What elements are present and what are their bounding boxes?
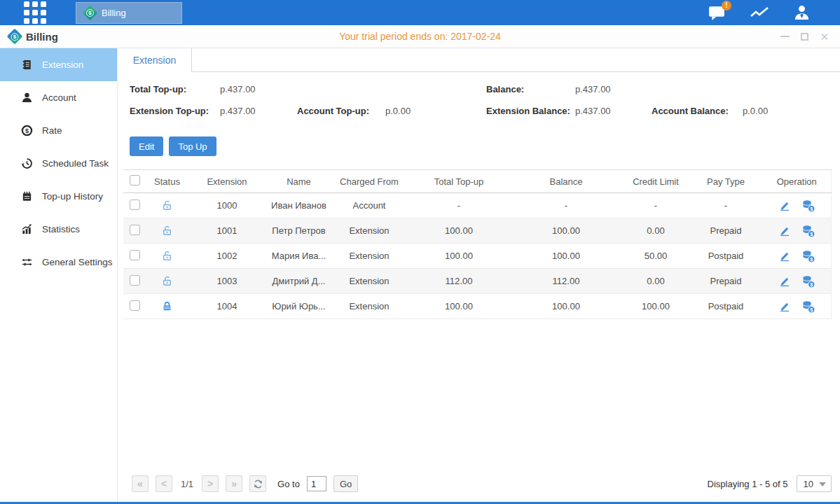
cell-charged-from: Extension bbox=[330, 218, 408, 244]
row-checkbox[interactable] bbox=[130, 275, 140, 286]
cell-extension: 1000 bbox=[186, 193, 268, 218]
unlocked-icon bbox=[161, 250, 173, 262]
edit-row-icon[interactable] bbox=[778, 225, 791, 237]
next-page-button[interactable]: > bbox=[202, 475, 219, 492]
cell-name: Мария Ива... bbox=[268, 244, 330, 269]
edit-button[interactable]: Edit bbox=[130, 136, 163, 156]
svg-text:$: $ bbox=[810, 307, 813, 312]
account-topup-label: Account Top-up: bbox=[297, 104, 385, 118]
row-checkbox[interactable] bbox=[130, 250, 140, 260]
topup-row-icon[interactable]: $ bbox=[801, 249, 815, 263]
cell-extension: 1004 bbox=[186, 294, 268, 319]
cell-name: Юрий Юрь... bbox=[268, 294, 330, 319]
refresh-button[interactable] bbox=[249, 475, 266, 492]
sidebar-item-label: Rate bbox=[42, 125, 62, 136]
sliders-icon bbox=[21, 256, 33, 268]
select-all-checkbox[interactable] bbox=[130, 175, 140, 186]
edit-row-icon[interactable] bbox=[778, 275, 791, 288]
messages-icon[interactable]: ! bbox=[708, 5, 726, 21]
topup-row-icon[interactable]: $ bbox=[801, 224, 815, 238]
notebook-icon bbox=[21, 190, 33, 202]
extension-topup-value: p.437.00 bbox=[220, 104, 297, 118]
page-size-select[interactable]: 10 bbox=[797, 475, 832, 492]
account-topup-value: p.0.00 bbox=[385, 104, 486, 118]
edit-row-icon[interactable] bbox=[778, 200, 791, 212]
topup-row-icon[interactable]: $ bbox=[801, 300, 815, 314]
account-balance-value: p.0.00 bbox=[743, 104, 840, 118]
cell-name: Иван Иванов bbox=[268, 193, 330, 218]
extension-balance-value: p.437.00 bbox=[575, 104, 652, 118]
topup-row-icon[interactable]: $ bbox=[801, 199, 815, 213]
last-page-button[interactable]: » bbox=[226, 475, 242, 492]
svg-text:$: $ bbox=[810, 256, 813, 262]
row-checkbox[interactable] bbox=[130, 200, 140, 210]
tab-extension[interactable]: Extension bbox=[118, 48, 192, 72]
unlocked-icon bbox=[161, 225, 173, 237]
cell-charged-from: Extension bbox=[330, 269, 408, 294]
window-controls: ✕ bbox=[780, 31, 829, 42]
cell-name: Дмитрий Д... bbox=[268, 269, 330, 294]
trial-notice: Your trial period ends on: 2017-02-24 bbox=[0, 31, 840, 42]
topup-row-icon[interactable]: $ bbox=[801, 274, 815, 288]
minimize-button[interactable] bbox=[780, 36, 790, 37]
sidebar-item-account[interactable]: Account bbox=[0, 81, 117, 114]
cell-charged-from: Extension bbox=[330, 244, 408, 269]
unlocked-icon bbox=[161, 200, 173, 211]
total-topup-value: p.437.00 bbox=[220, 83, 297, 97]
cell-pay-type: Postpaid bbox=[689, 244, 763, 269]
edit-row-icon[interactable] bbox=[778, 250, 791, 262]
extension-balance-label: Extension Balance: bbox=[486, 104, 575, 118]
first-page-button[interactable]: « bbox=[132, 475, 149, 492]
taskbar-item-billing[interactable]: $ Billing bbox=[76, 2, 182, 24]
table-row: 1002 Мария Ива... Extension 100.00 100.0… bbox=[123, 244, 831, 269]
table-header-row: Status Extension Name Charged From Total… bbox=[123, 170, 831, 193]
cell-extension: 1001 bbox=[186, 218, 268, 244]
sidebar-item-scheduled-task[interactable]: Scheduled Task bbox=[0, 147, 117, 180]
cell-extension: 1003 bbox=[186, 269, 268, 294]
row-checkbox[interactable] bbox=[130, 225, 140, 235]
window-header: $ Billing Your trial period ends on: 201… bbox=[0, 25, 840, 48]
maximize-button[interactable] bbox=[801, 33, 808, 41]
cell-total-topup: 100.00 bbox=[408, 244, 509, 269]
col-status: Status bbox=[148, 170, 186, 193]
edit-row-icon[interactable] bbox=[778, 300, 791, 313]
tabstrip: Extension bbox=[118, 48, 840, 72]
sidebar: Extension Account $ Rate bbox=[0, 48, 118, 502]
sidebar-item-general-settings[interactable]: General Settings bbox=[0, 246, 117, 279]
top-up-button[interactable]: Top Up bbox=[169, 136, 216, 156]
pagination-bar: « < 1/1 > » Go to Go bbox=[118, 468, 840, 499]
unlocked-icon bbox=[161, 275, 173, 287]
total-topup-label: Total Top-up: bbox=[130, 83, 220, 97]
sidebar-item-statistics[interactable]: Statistics bbox=[0, 213, 117, 246]
topbar: $ Billing ! bbox=[0, 0, 840, 25]
cell-total-topup: 100.00 bbox=[408, 218, 509, 244]
sidebar-item-label: Scheduled Task bbox=[42, 158, 109, 169]
go-button[interactable]: Go bbox=[333, 475, 358, 492]
col-operation: Operation bbox=[763, 170, 831, 193]
locked-icon bbox=[161, 300, 173, 312]
sidebar-item-extension[interactable]: Extension bbox=[0, 48, 117, 81]
table-row: 1004 Юрий Юрь... Extension 100.00 100.00… bbox=[123, 294, 831, 319]
activity-chart-icon[interactable] bbox=[750, 5, 769, 20]
cell-pay-type: Postpaid bbox=[689, 294, 763, 319]
col-name: Name bbox=[268, 170, 330, 193]
sidebar-item-rate[interactable]: $ Rate bbox=[0, 114, 117, 147]
table-row: 1000 Иван Иванов Account - - - - $ bbox=[123, 193, 831, 218]
sidebar-item-label: Account bbox=[42, 92, 76, 103]
apps-grid-icon[interactable] bbox=[24, 1, 46, 24]
cell-pay-type: Prepaid bbox=[689, 269, 763, 294]
prev-page-button[interactable]: < bbox=[156, 475, 172, 492]
cell-pay-type: - bbox=[689, 193, 763, 218]
col-extension: Extension bbox=[186, 170, 268, 193]
billing-window-icon: $ bbox=[7, 29, 23, 45]
cell-total-topup: 112.00 bbox=[408, 269, 509, 294]
user-profile-icon[interactable] bbox=[793, 4, 811, 22]
cell-extension: 1002 bbox=[186, 244, 268, 269]
sidebar-item-topup-history[interactable]: Top-up History bbox=[0, 180, 117, 213]
goto-page-input[interactable] bbox=[307, 476, 326, 491]
row-checkbox[interactable] bbox=[130, 300, 140, 311]
cell-balance: 100.00 bbox=[509, 218, 623, 244]
goto-label: Go to bbox=[277, 479, 300, 489]
close-button[interactable]: ✕ bbox=[820, 31, 829, 42]
cell-credit-limit: - bbox=[623, 193, 689, 218]
